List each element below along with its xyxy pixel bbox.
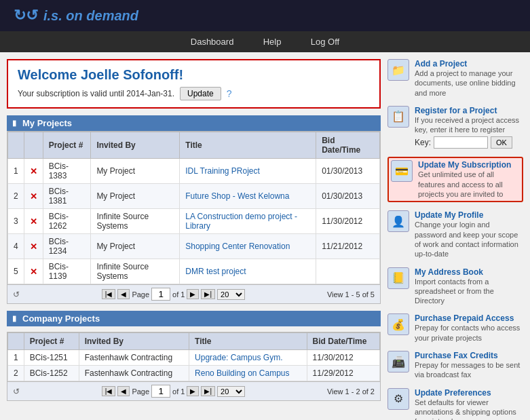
row-number: 1 (8, 350, 24, 366)
page-size-select-c[interactable]: 20 50 100 (217, 386, 245, 397)
nav-help[interactable]: Help (263, 37, 282, 47)
sidebar-item-register-project[interactable]: 📋 Register for a Project If you received… (387, 106, 523, 149)
sidebar-item-desc: Add a project to manage your documents, … (415, 69, 523, 98)
nav-logoff[interactable]: Log Off (311, 37, 339, 47)
sidebar-item-icon: 💳 (391, 160, 413, 182)
sidebar-item-add-project[interactable]: 📁 Add a Project Add a project to manage … (387, 59, 523, 98)
help-icon[interactable]: ? (227, 88, 232, 99)
project-title: IDL Training PRoject (180, 159, 316, 184)
app-header: ↻↺ i.s. on demand (0, 0, 530, 31)
sidebar-item-update-subscription[interactable]: 💳 Update My Subscription Get unlimited u… (387, 157, 523, 202)
ok-button[interactable]: OK (491, 136, 512, 149)
sidebar-item-content: My Address Book Import contacts from a s… (415, 267, 523, 306)
delete-cell: ✕ (24, 209, 43, 234)
sidebar-item-update-preferences[interactable]: ⚙ Update Preferences Set defaults for vi… (387, 388, 523, 420)
sidebar-item-title: Purchase Fax Credits (415, 351, 523, 360)
last-page-btn[interactable]: ▶| (201, 289, 215, 299)
page-number-input[interactable] (151, 288, 170, 301)
company-projects-table-wrapper: Project # Invited By Title Bid Date/Time… (7, 332, 381, 401)
project-id: BCis-1262 (43, 209, 91, 234)
project-link[interactable]: Future Shop - West Kelowna (185, 191, 289, 201)
sidebar-item-title: Purchase Prepaid Access (415, 313, 523, 323)
row-number: 2 (8, 366, 24, 381)
next-page-btn-c[interactable]: ▶ (187, 386, 199, 396)
col-title: Title (189, 333, 307, 350)
refresh-icon[interactable]: ↺ (13, 290, 20, 299)
nav-bar: Dashboard Help Log Off (0, 31, 530, 52)
invited-by: My Project (91, 159, 180, 184)
sidebar-item-icon: 📋 (387, 106, 409, 128)
project-id: BCis-1139 (43, 259, 91, 284)
delete-icon[interactable]: ✕ (30, 216, 37, 227)
last-page-btn-c[interactable]: ▶| (201, 386, 215, 396)
project-link[interactable]: Upgrade: Campus Gym. (195, 353, 282, 362)
row-number: 2 (8, 184, 24, 209)
col-invited-by: Invited By (91, 132, 180, 159)
refresh-icon-company[interactable]: ↺ (13, 387, 20, 396)
my-projects-table: Project # Invited By Title Bid Date/Time… (7, 132, 380, 284)
col-project-num: Project # (24, 333, 79, 350)
company-pagination-controls: |◀ ◀ Page of 1 ▶ ▶| 20 50 100 (102, 385, 245, 398)
delete-icon[interactable]: ✕ (30, 191, 37, 202)
prev-page-btn[interactable]: ◀ (117, 289, 130, 299)
bid-date: 11/29/2012 (307, 366, 379, 381)
right-panel: 📁 Add a Project Add a project to manage … (387, 59, 523, 420)
bid-date: 11/30/2012 (316, 209, 380, 234)
project-link[interactable]: Reno Building on Campus (195, 368, 289, 378)
prev-page-btn-c[interactable]: ◀ (117, 386, 130, 396)
project-id: BCis-1252 (24, 366, 79, 381)
sidebar-item-desc: Prepay for contacts who access your priv… (415, 323, 523, 343)
sidebar-item-title: Update My Profile (415, 210, 523, 220)
delete-icon[interactable]: ✕ (30, 242, 37, 252)
table-row: 5 ✕ BCis-1139 Infinite Source Systems DM… (8, 259, 380, 284)
sidebar-item-content: Add a Project Add a project to manage yo… (415, 59, 523, 98)
project-link[interactable]: Shopping Center Renovation (185, 242, 290, 251)
delete-cell: ✕ (24, 184, 43, 209)
col-invited-by: Invited By (79, 333, 189, 350)
sidebar-item-desc: Change your login and password and keep … (415, 220, 523, 259)
bid-date: 01/30/2013 (316, 159, 380, 184)
col-project-num: Project # (43, 132, 91, 159)
my-projects-header: ▮ My Projects (7, 115, 381, 131)
nav-dashboard[interactable]: Dashboard (191, 37, 234, 47)
project-id: BCis-1234 (43, 234, 91, 259)
my-projects-label: My Projects (22, 118, 72, 128)
page-number-input-c[interactable] (151, 385, 170, 398)
sidebar-item-desc: If you received a project access key, en… (415, 115, 523, 135)
project-link[interactable]: DMR test project (185, 267, 246, 276)
sidebar-item-icon: 📒 (387, 267, 409, 289)
page-size-select[interactable]: 20 50 100 (217, 289, 245, 300)
left-panel: Welcome Joelle Sofonoff! Your subscripti… (7, 59, 381, 420)
company-projects-pagination: ↺ |◀ ◀ Page of 1 ▶ ▶| 20 50 100 View 1 -… (7, 381, 380, 400)
delete-icon[interactable]: ✕ (30, 166, 37, 176)
first-page-btn[interactable]: |◀ (102, 289, 116, 299)
project-link[interactable]: LA Construction demo project - Library (185, 212, 297, 231)
col-num (8, 132, 24, 159)
sidebar-item-icon: 📁 (387, 59, 409, 81)
bid-date: 11/30/2012 (307, 350, 379, 366)
page-label-c: Page (132, 387, 149, 396)
welcome-box: Welcome Joelle Sofonoff! Your subscripti… (7, 59, 381, 109)
sidebar-item-purchase-fax[interactable]: 📠 Purchase Fax Credits Prepay for messag… (387, 351, 523, 380)
key-label: Key: (415, 138, 431, 147)
row-number: 3 (8, 209, 24, 234)
company-projects-header: ▮ Company Projects (7, 311, 381, 326)
table-row: 2 ✕ BCis-1381 My Project Future Shop - W… (8, 184, 380, 209)
project-link[interactable]: IDL Training PRoject (185, 166, 260, 176)
key-input[interactable] (434, 136, 488, 149)
sidebar-item-address-book[interactable]: 📒 My Address Book Import contacts from a… (387, 267, 523, 306)
delete-icon[interactable]: ✕ (30, 267, 37, 277)
first-page-btn-c[interactable]: |◀ (102, 386, 116, 396)
sidebar-item-icon: 📠 (387, 351, 409, 373)
sidebar-item-update-profile[interactable]: 👤 Update My Profile Change your login an… (387, 210, 523, 259)
sidebar-item-content: Purchase Prepaid Access Prepay for conta… (415, 313, 523, 343)
company-projects-toggle[interactable]: ▮ (12, 314, 16, 323)
sidebar-item-content: Register for a Project If you received a… (415, 106, 523, 149)
my-projects-toggle[interactable]: ▮ (12, 119, 16, 128)
bid-date: 11/21/2012 (316, 234, 380, 259)
sidebar-item-purchase-prepaid[interactable]: 💰 Purchase Prepaid Access Prepay for con… (387, 313, 523, 343)
update-subscription-button[interactable]: Update (180, 87, 221, 100)
invited-by: Fastenhawk Contracting (79, 350, 189, 366)
project-id: BCis-1251 (24, 350, 79, 366)
next-page-btn[interactable]: ▶ (187, 289, 199, 299)
